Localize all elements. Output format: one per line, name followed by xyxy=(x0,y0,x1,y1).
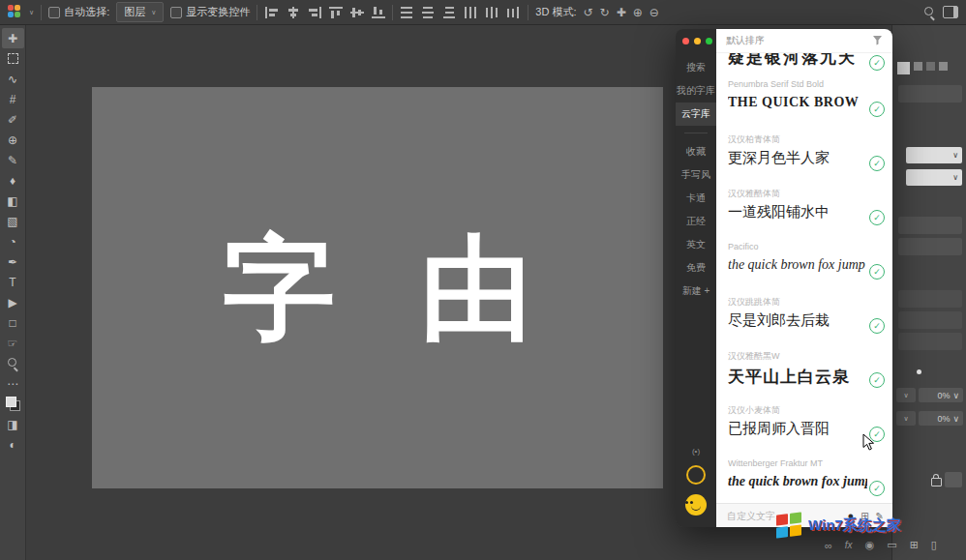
swatch[interactable] xyxy=(926,62,935,71)
font-list-item[interactable]: Penumbra Serif Std Bold THE QUICK BROW ✓ xyxy=(716,74,892,129)
canvas[interactable]: 字 由 xyxy=(92,87,663,488)
sidebar-item-my-fonts[interactable]: 我的字库 xyxy=(676,79,716,103)
broadcast-icon[interactable]: (•) xyxy=(692,447,700,456)
delete-layer-icon[interactable]: ▯ xyxy=(931,539,937,551)
search-icon[interactable] xyxy=(923,6,936,18)
font-list-item[interactable]: Wittenberger Fraktur MT the quick brown … xyxy=(716,454,892,508)
align-bottom-icon[interactable] xyxy=(371,6,385,18)
sidebar-item-handwriting[interactable]: 手写风 xyxy=(676,163,716,187)
panel-row[interactable] xyxy=(945,472,962,487)
align-left-icon[interactable] xyxy=(264,6,279,18)
link-layers-icon[interactable]: ∞ xyxy=(825,540,832,551)
distribute-v-center-icon[interactable] xyxy=(421,6,436,18)
distribute-bottom-icon[interactable] xyxy=(442,6,457,18)
panel-tab[interactable] xyxy=(898,333,962,350)
font-list-item[interactable]: 汉仪跳跳体简 尽是刘郎去后栽 ✓ xyxy=(716,291,892,345)
align-h-center-icon[interactable] xyxy=(286,6,300,18)
auto-select-checkbox[interactable] xyxy=(48,7,60,18)
layer-visibility-dot[interactable] xyxy=(917,369,921,374)
lock-options[interactable]: ∨ xyxy=(896,411,916,426)
group-layers-icon[interactable]: ▭ xyxy=(887,539,896,551)
window-controls xyxy=(682,38,712,44)
opacity-dropdown[interactable]: 0% ∨ xyxy=(919,388,963,402)
workspace-icon[interactable] xyxy=(943,6,958,18)
layer-style-icon[interactable]: fx xyxy=(845,540,853,550)
distribute-top-icon[interactable] xyxy=(400,6,414,18)
3d-roll-icon[interactable]: ↻ xyxy=(600,7,610,18)
sidebar-item-new[interactable]: 新建 + xyxy=(676,280,716,303)
chevron-down-icon: ∨ xyxy=(952,173,958,182)
3d-rotate-icon[interactable]: ↺ xyxy=(584,7,593,18)
path-selection-tool[interactable]: ▶ xyxy=(2,292,24,312)
move-tool[interactable]: ✚ xyxy=(2,28,24,48)
shape-tool[interactable]: □ xyxy=(2,312,24,333)
sidebar-item-cloud-fonts[interactable]: 云字库 xyxy=(676,103,716,126)
swatch[interactable] xyxy=(939,62,948,71)
show-transform-checkbox[interactable] xyxy=(170,7,182,18)
sidebar-item-cartoon[interactable]: 卡通 xyxy=(676,187,716,210)
new-layer-icon[interactable]: ⊞ xyxy=(910,539,919,551)
foreground-color-swatch[interactable] xyxy=(6,397,16,407)
panel-row[interactable] xyxy=(898,217,962,234)
panel-tab[interactable] xyxy=(898,290,962,308)
font-list-item[interactable]: 汉仪雅酷体简 一道残阳铺水中 ✓ xyxy=(716,183,892,237)
marquee-tool[interactable] xyxy=(2,48,24,69)
sidebar-item-english[interactable]: 英文 xyxy=(676,233,716,256)
coin-ring-icon[interactable] xyxy=(686,465,706,485)
zoom-tool[interactable] xyxy=(2,353,24,373)
auto-select-target-dropdown[interactable]: 图层 ∨ xyxy=(116,2,164,22)
more-tools-button[interactable]: ⋯ xyxy=(2,373,24,394)
eraser-tool[interactable]: ◧ xyxy=(2,191,24,211)
fill-dropdown[interactable]: 0% ∨ xyxy=(919,411,963,426)
lasso-tool[interactable]: ∿ xyxy=(2,69,24,89)
crop-tool[interactable]: # xyxy=(2,89,24,109)
font-list-item[interactable]: 汉仪雅酷黑W 天平山上白云泉 ✓ xyxy=(716,345,892,399)
align-right-icon[interactable] xyxy=(307,6,321,18)
font-list-item[interactable]: Pacifico the quick brown fox jump ✓ xyxy=(716,237,892,291)
pen-tool[interactable]: ✒ xyxy=(2,251,24,272)
character-dropdown[interactable]: ∨ xyxy=(906,169,962,186)
healing-brush-tool[interactable]: ⊕ xyxy=(2,130,24,150)
eyedropper-tool[interactable]: ✐ xyxy=(2,109,24,130)
3d-scale-icon[interactable]: ⊖ xyxy=(649,7,659,18)
distribute-h-center-icon[interactable] xyxy=(485,6,499,18)
distribute-left-icon[interactable] xyxy=(464,6,478,18)
sidebar-item-free[interactable]: 免费 xyxy=(676,256,716,280)
blur-tool[interactable]: ◔ xyxy=(2,231,24,251)
chevron-down-icon[interactable]: ∨ xyxy=(29,9,34,15)
align-v-center-icon[interactable] xyxy=(349,6,364,18)
maximize-icon[interactable] xyxy=(706,38,712,44)
minimize-icon[interactable] xyxy=(694,38,701,44)
sidebar-item-favorites[interactable]: 收藏 xyxy=(676,140,716,163)
lock-icon[interactable] xyxy=(931,478,942,486)
adjustment-layer-icon[interactable]: ◉ xyxy=(865,539,875,551)
filter-icon[interactable] xyxy=(872,35,883,47)
swatch[interactable] xyxy=(897,62,910,74)
font-list-item[interactable]: 疑是银河落九天 ✓ xyxy=(716,53,892,74)
clone-stamp-tool[interactable]: ♦ xyxy=(2,170,24,191)
color-swatches[interactable] xyxy=(6,397,20,411)
panel-tab[interactable] xyxy=(898,311,962,329)
swatch[interactable] xyxy=(914,62,922,71)
character-dropdown[interactable]: ∨ xyxy=(906,147,962,163)
screen-mode-button[interactable]: ◐ xyxy=(2,434,24,455)
sidebar-item-serious[interactable]: 正经 xyxy=(676,210,716,233)
blend-mode-dropdown[interactable]: ∨ xyxy=(896,388,916,402)
sidebar-item-search[interactable]: 搜索 xyxy=(676,56,716,79)
sort-label[interactable]: 默认排序 xyxy=(726,34,765,47)
3d-slide-icon[interactable]: ⊕ xyxy=(633,7,643,18)
align-top-icon[interactable] xyxy=(328,6,343,18)
panel-row[interactable] xyxy=(898,238,962,255)
3d-pan-icon[interactable]: ✚ xyxy=(617,7,626,18)
quick-mask-button[interactable]: ◨ xyxy=(2,414,24,434)
panel-row[interactable] xyxy=(898,85,962,103)
distribute-right-icon[interactable] xyxy=(506,6,521,18)
hand-tool[interactable]: ☞ xyxy=(2,333,24,353)
close-icon[interactable] xyxy=(682,38,689,44)
brush-tool[interactable]: ✎ xyxy=(2,150,24,170)
home-icon[interactable] xyxy=(8,5,22,19)
type-tool[interactable]: T xyxy=(2,272,24,292)
hellofont-logo[interactable] xyxy=(685,494,707,516)
gradient-tool[interactable]: ▧ xyxy=(2,211,24,231)
font-list-item[interactable]: 汉仪柏青体简 更深月色半人家 ✓ xyxy=(716,129,892,183)
